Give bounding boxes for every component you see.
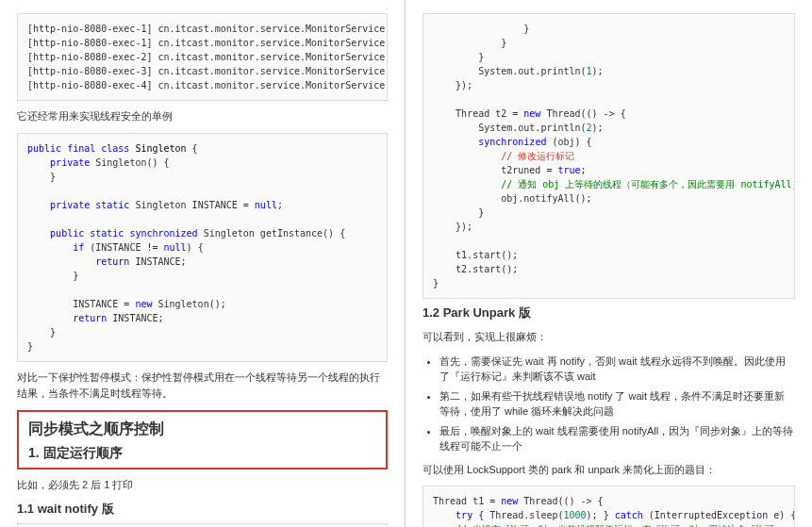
order-text: 比如，必须先 2 后 1 打印	[17, 477, 388, 494]
heading-park: 1.2 Park Unpark 版	[423, 305, 795, 321]
seen-text: 可以看到，实现上很麻烦：	[423, 329, 795, 346]
log-block: [http-nio-8080-exec-1] cn.itcast.monitor…	[17, 13, 388, 101]
issue-list: 首先，需要保证先 wait 再 notify，否则 wait 线程永远得不到唤醒…	[439, 354, 795, 454]
left-column: [http-nio-8080-exec-1] cn.itcast.monitor…	[0, 0, 406, 527]
log-4: [http-nio-8080-exec-4] cn.itcast.monitor…	[27, 80, 388, 91]
heading-num: 1. 固定运行顺序	[28, 445, 376, 462]
list-item: 最后，唤醒对象上的 wait 线程需要使用 notifyAll，因为『同步对象』…	[439, 423, 795, 454]
right-column: } } } System.out.println(1); }); Thread …	[406, 0, 812, 527]
log-0: [http-nio-8080-exec-1] cn.itcast.monitor…	[27, 24, 388, 34]
singleton-text: 它还经常用来实现线程安全的单例	[17, 108, 388, 125]
locksupport-text: 可以使用 LockSupport 类的 park 和 unpark 来简化上面的…	[423, 462, 795, 479]
log-2: [http-nio-8080-exec-2] cn.itcast.monitor…	[27, 52, 388, 62]
top-code: } } } System.out.println(1); }); Thread …	[423, 13, 795, 299]
compare-text: 对比一下保护性暂停模式：保护性暂停模式用在一个线程等待另一个线程的执行结果，当条…	[17, 370, 388, 403]
log-3: [http-nio-8080-exec-3] cn.itcast.monitor…	[27, 66, 388, 76]
wait-notify-code: // 用来同步的对象 static Object obj = new Objec…	[17, 523, 388, 527]
park-code: Thread t1 = new Thread(() -> { try { Thr…	[423, 486, 795, 527]
section-box: 同步模式之顺序控制 1. 固定运行顺序	[17, 410, 388, 469]
list-item: 第二，如果有些干扰线程错误地 notify 了 wait 线程，条件不满足时还要…	[439, 388, 795, 420]
list-item: 首先，需要保证先 wait 再 notify，否则 wait 线程永远得不到唤醒…	[439, 354, 795, 385]
heading-main: 同步模式之顺序控制	[28, 420, 376, 439]
singleton-code: public final class Singleton { private S…	[17, 133, 388, 362]
heading-wait-notify: 1.1 wait notify 版	[17, 501, 388, 518]
log-1: [http-nio-8080-exec-1] cn.itcast.monitor…	[27, 38, 388, 48]
